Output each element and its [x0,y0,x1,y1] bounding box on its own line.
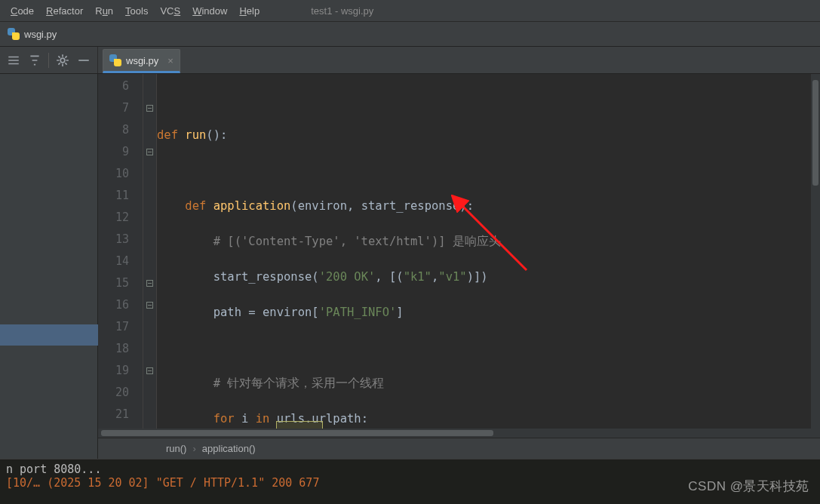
menu-code[interactable]: Code [5,0,40,21]
fold-cell[interactable] [143,229,156,250]
line-number: 11 [98,185,143,207]
line-number: 6 [98,75,143,97]
menu-vcs[interactable]: VCS [154,0,186,21]
fold-cell[interactable] [143,207,156,229]
fold-toggle-icon[interactable] [146,302,153,309]
project-toolbar [0,47,98,73]
tool-row: wsgi.py × [0,47,820,74]
code-line: # 针对每个请求，采用一个线程 [157,373,820,395]
line-number: 17 [98,316,143,338]
python-file-icon [109,54,121,66]
panel-selection[interactable] [0,324,98,346]
console-line: [10/… (2025 15 20 02] "GET / HTTP/1.1" 2… [6,476,814,490]
line-number: 9 [98,141,143,163]
code-line [157,89,820,111]
tool-button-2[interactable] [28,54,41,67]
menu-run[interactable]: Run [89,0,119,21]
line-number: 15 [98,272,143,294]
line-number: 13 [98,229,143,250]
fold-toggle-icon[interactable] [146,149,153,155]
scrollbar-thumb[interactable] [812,80,818,186]
code-line [157,160,820,182]
side-panel[interactable] [0,74,98,459]
fold-toggle-icon[interactable] [146,105,153,112]
line-number: 14 [98,250,143,272]
editor-area: 6789101112131415161718192021 def run(): … [0,74,820,459]
line-number-gutter: 6789101112131415161718192021 [98,74,143,459]
fold-cell[interactable] [143,382,156,404]
fold-cell[interactable] [143,97,156,119]
svg-point-0 [61,58,66,63]
chevron-right-icon: › [192,443,195,454]
code-line: def application(environ, start_response)… [157,195,820,217]
fold-toggle-icon[interactable] [146,280,153,287]
code-editor[interactable]: def run(): def application(environ, star… [157,74,820,459]
line-number: 19 [98,360,143,382]
scrollbar-thumb[interactable] [101,430,493,436]
fold-cell[interactable] [143,316,156,338]
run-console[interactable]: n port 8080... [10/… (2025 15 20 02] "GE… [0,459,820,504]
menu-tools[interactable]: Tools [119,0,154,21]
code-line: # [('Content-Type', 'text/html')] 是响应头 [157,231,820,253]
code-line: for i in urls.urlpath: [157,408,820,430]
fold-cell[interactable] [143,404,156,426]
line-number: 12 [98,207,143,229]
close-icon[interactable]: × [167,55,174,66]
tool-button-1[interactable] [7,54,20,67]
fold-cell[interactable] [143,272,156,294]
breadcrumb-item[interactable]: application() [202,443,256,454]
tab-bar: wsgi.py × [98,47,180,73]
line-number: 10 [98,163,143,185]
editor-tab-wsgi[interactable]: wsgi.py × [103,49,180,73]
fold-cell[interactable] [143,250,156,272]
breadcrumb: run() › application() [98,438,820,459]
fold-cell[interactable] [143,185,156,207]
fold-cell[interactable] [143,119,156,141]
toolbar-separator [48,53,49,68]
menu-help[interactable]: Help [233,0,266,21]
nav-filename[interactable]: wsgi.py [24,29,57,40]
horizontal-scrollbar[interactable] [98,429,811,438]
settings-button[interactable] [56,54,69,67]
fold-cell[interactable] [143,360,156,382]
line-number: 21 [98,404,143,426]
python-file-icon [8,28,20,40]
minimize-button[interactable] [77,54,91,67]
code-line [157,337,820,359]
code-line: def run(): [157,124,820,146]
menu-refactor[interactable]: Refactor [40,0,89,21]
console-line: n port 8080... [6,463,814,476]
tab-label: wsgi.py [126,55,158,66]
window-title: test1 - wsgi.py [311,5,373,17]
fold-cell[interactable] [143,141,156,163]
vertical-scrollbar[interactable] [811,74,820,438]
fold-cell[interactable] [143,163,156,185]
code-line: path = environ['PATH_INFO'] [157,302,820,324]
fold-cell[interactable] [143,338,156,360]
menu-bar: Code Refactor Run Tools VCS Window Help … [0,0,820,22]
line-number: 7 [98,97,143,119]
code-line: start_response('200 OK', [("k1","v1")]) [157,266,820,288]
fold-gutter [143,74,157,459]
fold-cell[interactable] [143,294,156,316]
line-number: 20 [98,382,143,404]
nav-bar: wsgi.py [0,22,820,47]
fold-cell[interactable] [143,75,156,97]
line-number: 16 [98,294,143,316]
line-number: 8 [98,119,143,141]
line-number: 18 [98,338,143,360]
fold-toggle-icon[interactable] [146,367,153,374]
breadcrumb-item[interactable]: run() [166,443,186,454]
menu-window[interactable]: Window [186,0,233,21]
